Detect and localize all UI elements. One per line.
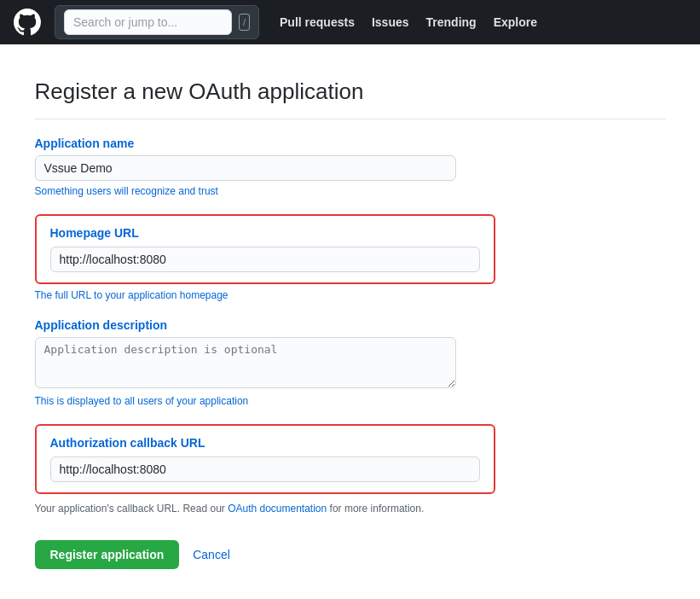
app-description-label: Application description — [35, 318, 666, 332]
app-description-hint: This is displayed to all users of your a… — [35, 395, 666, 407]
page-title: Register a new OAuth application — [35, 79, 666, 119]
homepage-url-hint: The full URL to your application homepag… — [35, 289, 666, 301]
slash-shortcut: / — [239, 14, 250, 31]
nav-explore[interactable]: Explore — [494, 15, 537, 29]
callback-url-hint: Your application's callback URL. Read ou… — [35, 503, 495, 515]
app-description-group: Application description This is displaye… — [35, 318, 666, 407]
callback-url-group: Authorization callback URL — [35, 424, 495, 494]
app-name-input[interactable] — [35, 155, 456, 181]
nav-trending[interactable]: Trending — [426, 15, 477, 29]
nav-pull-requests[interactable]: Pull requests — [280, 15, 355, 29]
form-actions: Register application Cancel — [35, 540, 666, 569]
homepage-url-label: Homepage URL — [50, 226, 480, 240]
top-navigation: / Pull requests Issues Trending Explore — [0, 0, 700, 44]
app-name-hint: Something users will recognize and trust — [35, 185, 666, 197]
homepage-url-input[interactable] — [50, 247, 480, 272]
nav-links: Pull requests Issues Trending Explore — [280, 15, 537, 29]
github-logo[interactable] — [14, 9, 41, 36]
search-bar[interactable]: / — [55, 5, 259, 39]
cancel-button[interactable]: Cancel — [193, 548, 230, 561]
search-input[interactable] — [64, 9, 232, 35]
app-name-group: Application name Something users will re… — [35, 137, 666, 197]
nav-issues[interactable]: Issues — [372, 15, 409, 29]
callback-url-input[interactable] — [50, 457, 480, 482]
callback-url-label: Authorization callback URL — [50, 436, 480, 450]
main-content: Register a new OAuth application Applica… — [18, 79, 683, 569]
register-application-button[interactable]: Register application — [35, 540, 180, 569]
oauth-docs-link[interactable]: OAuth documentation — [228, 503, 327, 515]
app-name-label: Application name — [35, 137, 666, 150]
homepage-url-group: Homepage URL — [35, 214, 495, 284]
app-description-textarea[interactable] — [35, 337, 456, 388]
